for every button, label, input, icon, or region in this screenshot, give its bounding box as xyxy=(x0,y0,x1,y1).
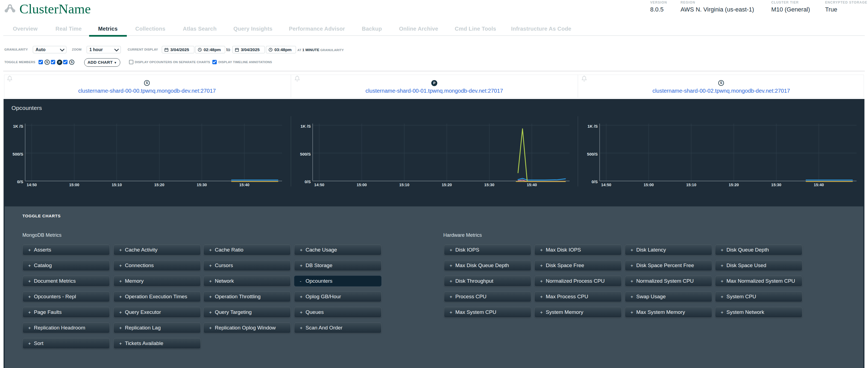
svg-text:15:20: 15:20 xyxy=(154,183,164,187)
svg-text:15:00: 15:00 xyxy=(69,183,79,187)
svg-text:1K /S: 1K /S xyxy=(300,124,311,128)
svg-text:500/S: 500/S xyxy=(12,152,23,156)
svg-text:15:30: 15:30 xyxy=(197,183,207,187)
svg-text:14:50: 14:50 xyxy=(27,183,37,187)
svg-text:15:00: 15:00 xyxy=(356,183,367,187)
svg-text:0/S: 0/S xyxy=(305,179,311,184)
svg-text:15:40: 15:40 xyxy=(527,183,537,187)
svg-text:0/S: 0/S xyxy=(17,179,23,184)
svg-text:15:30: 15:30 xyxy=(771,183,781,187)
svg-text:1K /S: 1K /S xyxy=(587,124,598,128)
svg-text:15:20: 15:20 xyxy=(442,183,452,187)
svg-text:1K /S: 1K /S xyxy=(13,124,23,128)
svg-text:15:00: 15:00 xyxy=(644,183,654,187)
svg-text:15:10: 15:10 xyxy=(686,183,696,187)
svg-text:15:40: 15:40 xyxy=(814,183,824,187)
svg-text:14:50: 14:50 xyxy=(601,183,611,187)
svg-text:15:10: 15:10 xyxy=(112,183,122,187)
svg-text:15:20: 15:20 xyxy=(728,183,739,187)
svg-text:15:10: 15:10 xyxy=(399,183,409,187)
svg-text:500/S: 500/S xyxy=(300,152,311,156)
svg-text:14:50: 14:50 xyxy=(314,183,324,187)
svg-text:15:30: 15:30 xyxy=(484,183,494,187)
svg-text:0/S: 0/S xyxy=(591,179,598,184)
svg-text:500/S: 500/S xyxy=(587,152,598,156)
svg-text:15:40: 15:40 xyxy=(239,183,249,187)
